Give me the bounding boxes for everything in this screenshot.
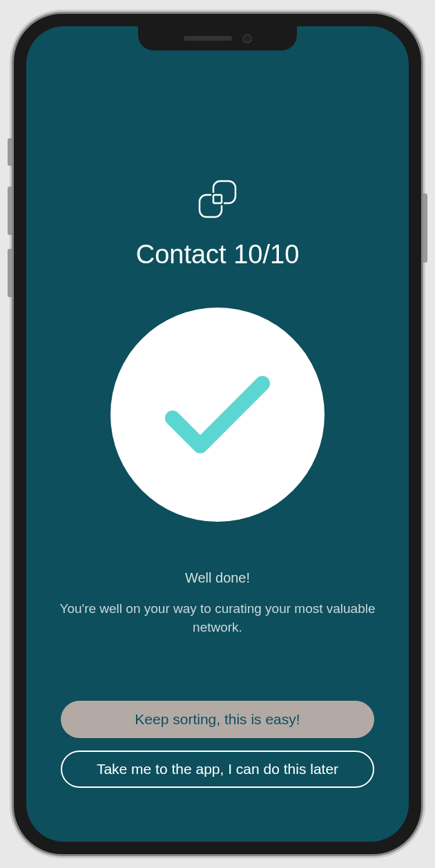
phone-speaker [184, 36, 232, 41]
app-logo-icon [195, 178, 240, 223]
page-title: Contact 10/10 [136, 240, 300, 270]
phone-mute-switch [8, 138, 12, 166]
checkmark-icon [152, 363, 283, 466]
phone-power-button [423, 194, 427, 263]
phone-side-buttons-left [8, 138, 12, 311]
content-area: Contact 10/10 Well done! You're well on … [26, 26, 409, 842]
buttons-container: Keep sorting, this is easy! Take me to t… [54, 701, 381, 800]
phone-notch [138, 26, 297, 50]
phone-volume-down [8, 249, 12, 297]
keep-sorting-button[interactable]: Keep sorting, this is easy! [61, 701, 374, 738]
success-circle [110, 308, 325, 522]
success-message: You're well on your way to curating your… [54, 600, 381, 636]
phone-volume-up [8, 187, 12, 235]
phone-frame: Contact 10/10 Well done! You're well on … [14, 14, 421, 854]
go-to-app-button[interactable]: Take me to the app, I can do this later [61, 751, 374, 788]
app-screen: Contact 10/10 Well done! You're well on … [26, 26, 409, 842]
success-heading: Well done! [185, 570, 250, 586]
phone-camera [242, 34, 252, 44]
